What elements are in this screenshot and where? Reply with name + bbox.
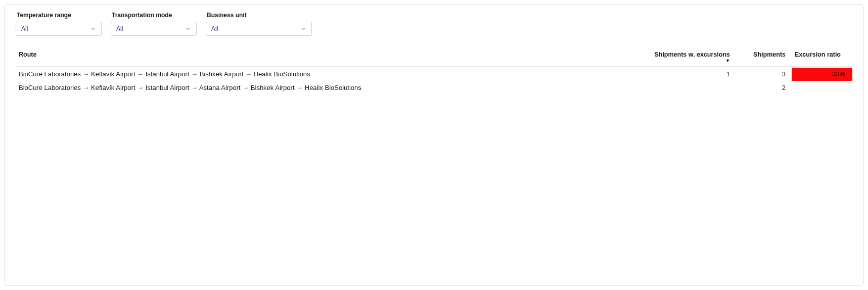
cell-shipments-excursions	[650, 81, 736, 94]
filter-business: Business unit All	[206, 12, 312, 36]
routes-table: Route Shipments w. excursions ▼ Shipment…	[16, 47, 852, 94]
sort-descending-icon: ▼	[653, 59, 730, 63]
col-header-shipments-excursions-label: Shipments w. excursions	[654, 51, 730, 58]
table-row[interactable]: BioCure Laboratories → Keflavík Airport …	[16, 67, 852, 81]
filter-temperature-label: Temperature range	[16, 12, 102, 19]
col-header-excursion-ratio[interactable]: Excursion ratio	[792, 47, 852, 67]
chevron-down-icon	[185, 26, 191, 32]
filters-row: Temperature range All Transportation mod…	[16, 12, 852, 36]
cell-excursion-ratio: 33%	[792, 67, 852, 81]
filter-business-value: All	[211, 25, 218, 32]
cell-excursion-ratio	[792, 81, 852, 94]
table-row[interactable]: BioCure Laboratories → Keflavík Airport …	[16, 81, 852, 94]
col-header-route-label: Route	[19, 51, 36, 58]
col-header-shipments-label: Shipments	[753, 51, 786, 58]
chevron-down-icon	[90, 26, 96, 32]
col-header-route[interactable]: Route	[16, 47, 650, 67]
cell-shipments: 3	[736, 67, 792, 81]
filter-business-label: Business unit	[206, 12, 312, 19]
filter-temperature-value: All	[21, 25, 28, 32]
cell-route: BioCure Laboratories → Keflavík Airport …	[16, 67, 650, 81]
cell-shipments-excursions: 1	[650, 67, 736, 81]
filter-transport-value: All	[116, 25, 123, 32]
filter-transport-select[interactable]: All	[111, 22, 197, 36]
filter-temperature: Temperature range All	[16, 12, 102, 36]
cell-route: BioCure Laboratories → Keflavík Airport …	[16, 81, 650, 94]
chevron-down-icon	[300, 26, 306, 32]
table-header-row: Route Shipments w. excursions ▼ Shipment…	[16, 47, 852, 67]
col-header-shipments-excursions[interactable]: Shipments w. excursions ▼	[650, 47, 736, 67]
report-card: Temperature range All Transportation mod…	[4, 4, 864, 286]
filter-transport: Transportation mode All	[111, 12, 197, 36]
col-header-shipments[interactable]: Shipments	[736, 47, 792, 67]
filter-business-select[interactable]: All	[206, 22, 312, 36]
cell-shipments: 2	[736, 81, 792, 94]
col-header-excursion-ratio-label: Excursion ratio	[795, 51, 841, 58]
filter-transport-label: Transportation mode	[111, 12, 197, 19]
filter-temperature-select[interactable]: All	[16, 22, 102, 36]
excursion-ratio-badge: 33%	[792, 68, 852, 81]
